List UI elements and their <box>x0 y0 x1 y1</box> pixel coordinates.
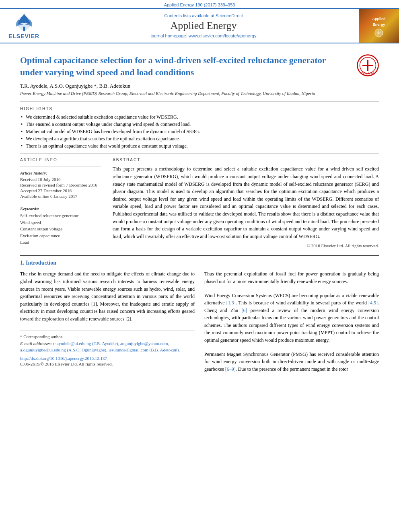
doi-link[interactable]: http://dx.doi.org/10.1016/j.apenergy.201… <box>20 356 195 361</box>
highlight-item-3: Mathematical model of WDSERG has been de… <box>20 129 379 135</box>
applied-energy-badge: Applied Energy <box>363 9 395 43</box>
affiliation-line: Power Energy Machine and Drive (PEMD) Re… <box>20 91 379 96</box>
issn-line: 0306-2619/© 2016 Elsevier Ltd. All right… <box>20 362 195 366</box>
footnote-corresponding: * Corresponding author. <box>20 333 195 340</box>
keyword-2: Wind speed <box>20 219 101 226</box>
applied-energy-logo-icon: Applied Energy <box>363 9 395 41</box>
footnote-section: * Corresponding author. E-mail addresses… <box>20 331 195 366</box>
elsevier-brand-text: ELSEVIER <box>8 33 39 39</box>
footnote-emails: E-mail addresses: tr.ayodele@ui.edu.ng (… <box>20 340 195 353</box>
journal-header: ELSEVIER Contents lists available at Sci… <box>0 8 399 43</box>
keyword-4: Excitation capacitance <box>20 232 101 239</box>
divider-1 <box>20 101 379 102</box>
highlights-list: We determined & selected suitable excita… <box>20 114 379 149</box>
intro-text-right-2: Wind Energy Conversion Systems (WECS) ar… <box>204 292 379 344</box>
journal-citation-bar: Applied Energy 190 (2017) 339–353 <box>0 0 399 8</box>
contents-available-line: Contents lists available at ScienceDirec… <box>164 13 243 18</box>
divider-4 <box>20 202 101 202</box>
available-date: Available online 6 January 2017 <box>20 194 101 199</box>
keyword-5: Load <box>20 239 101 246</box>
highlight-item-1: We determined & selected suitable excita… <box>20 114 379 120</box>
revised-date: Received in revised form 7 December 2016 <box>20 183 101 187</box>
applied-energy-badge-area: Applied Energy <box>359 9 399 43</box>
email-label-text: E-mail addresses: <box>20 341 52 346</box>
intro-text-left: The rise in energy demand and the need t… <box>20 270 195 322</box>
article-info-label: ARTICLE INFO <box>20 158 101 162</box>
article-info-abstract-section: ARTICLE INFO Article history: Received 1… <box>20 158 379 248</box>
crossmark-icon: CrossMark <box>357 54 379 76</box>
sciencedirect-link[interactable]: ScienceDirect <box>216 13 243 18</box>
article-history-label: Article history: <box>20 170 101 175</box>
authors-text: T.R. Ayodele, A.S.O. Ogunjuyigbe *, B.B.… <box>20 83 130 89</box>
abstract-label: ABSTRACT <box>113 158 379 162</box>
elsevier-logo: ELSEVIER <box>8 12 39 39</box>
svg-text:CrossMark: CrossMark <box>361 72 375 75</box>
crossmark-badge[interactable]: CrossMark <box>357 54 379 76</box>
intro-text-right-3: Permanent Magnet Synchronous Generator (… <box>204 351 379 373</box>
elsevier-tree-icon <box>10 12 38 32</box>
authors-line: T.R. Ayodele, A.S.O. Ogunjuyigbe *, B.B.… <box>20 83 379 89</box>
intro-col-left: The rise in energy demand and the need t… <box>20 270 195 373</box>
article-title: Optimal capacitance selection for a wind… <box>20 54 379 78</box>
highlights-label: HIGHLIGHTS <box>20 107 379 111</box>
intro-text-right: Thus the perennial exploitation of fossi… <box>204 270 379 285</box>
article-info-col: ARTICLE INFO Article history: Received 1… <box>20 158 101 248</box>
highlight-item-2: This ensured a constant output voltage u… <box>20 121 379 127</box>
keyword-1: Self-excited reluctance generator <box>20 212 101 219</box>
intro-col-right: Thus the perennial exploitation of fossi… <box>204 270 379 373</box>
svg-text:Applied: Applied <box>372 17 386 21</box>
intro-section: 1. Introduction The rise in energy deman… <box>20 255 379 373</box>
intro-body: The rise in energy demand and the need t… <box>20 270 379 373</box>
journal-header-center: Contents lists available at ScienceDirec… <box>48 9 359 43</box>
journal-title: Applied Energy <box>171 20 237 32</box>
elsevier-logo-area: ELSEVIER <box>0 9 48 43</box>
keywords-label: Keywords: <box>20 206 101 211</box>
journal-homepage: journal homepage: www.elsevier.com/locat… <box>151 33 257 38</box>
abstract-text: This paper presents a methodology to det… <box>113 165 379 240</box>
journal-citation-text: Applied Energy 190 (2017) 339–353 <box>164 2 235 7</box>
keyword-3: Constant output voltage <box>20 226 101 232</box>
copyright-line: © 2016 Elsevier Ltd. All rights reserved… <box>113 243 379 248</box>
accepted-date: Accepted 27 December 2016 <box>20 188 101 193</box>
received-date: Received 10 July 2016 <box>20 177 101 182</box>
highlight-item-5: There is an optimal capacitance value th… <box>20 143 379 149</box>
divider-3 <box>20 166 101 166</box>
svg-text:Energy: Energy <box>373 23 385 27</box>
abstract-col: ABSTRACT This paper presents a methodolo… <box>113 158 379 248</box>
intro-heading: 1. Introduction <box>20 260 379 266</box>
highlight-item-4: We developed an algorithm that searches … <box>20 136 379 142</box>
main-content: Optimal capacitance selection for a wind… <box>0 43 399 379</box>
divider-2 <box>20 153 379 154</box>
